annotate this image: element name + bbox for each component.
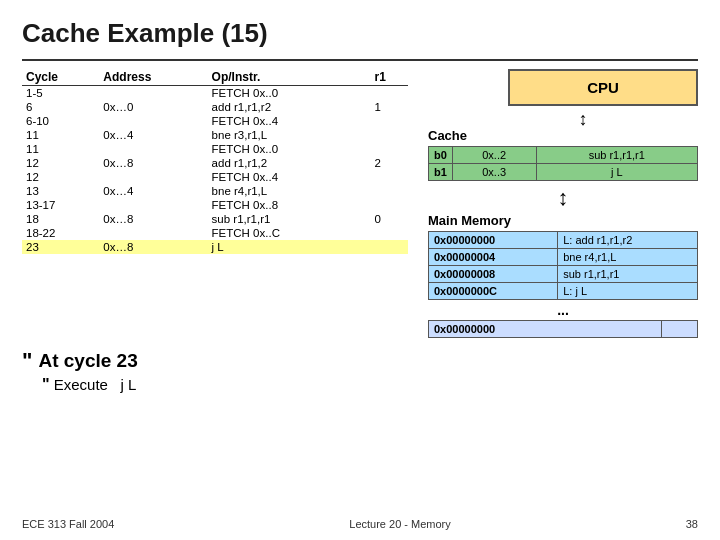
col-r1: r1 — [371, 69, 408, 86]
cache-row: b1 0x..3 j L — [429, 164, 698, 181]
mem-row: 0x00000008 sub r1,r1,r1 — [429, 266, 698, 283]
col-op: Op/Instr. — [208, 69, 356, 86]
memory-dots: ... — [428, 300, 698, 320]
cache-memory-arrow: ↕ — [428, 185, 698, 211]
main-memory-label: Main Memory — [428, 213, 698, 228]
content-area: Cycle Address Op/Instr. r1 1-5 FETCH 0x.… — [22, 69, 698, 338]
cache-table: b0 0x..2 sub r1,r1,r1 b1 0x..3 j L — [428, 146, 698, 181]
cache-label: Cache — [428, 128, 698, 143]
cache-row: b0 0x..2 sub r1,r1,r1 — [429, 147, 698, 164]
cache-section: Cache b0 0x..2 sub r1,r1,r1 b1 0x..3 j L — [428, 128, 698, 181]
table-row: 6 0x…0 add r1,r1,r2 1 — [22, 100, 408, 114]
instruction-table: Cycle Address Op/Instr. r1 1-5 FETCH 0x.… — [22, 69, 408, 254]
footer: ECE 313 Fall 2004 Lecture 20 - Memory 38 — [22, 518, 698, 530]
mem-table: 0x00000000 L: add r1,r1,r2 0x00000004 bn… — [428, 231, 698, 300]
table-row: 18-22 FETCH 0x..C — [22, 226, 408, 240]
quote-mark-2: " — [42, 376, 50, 393]
table-row: 13-17 FETCH 0x..8 — [22, 198, 408, 212]
page: Cache Example (15) Cycle Address Op/Inst… — [0, 0, 720, 540]
mem-row: 0x00000004 bne r4,r1,L — [429, 249, 698, 266]
footer-left: ECE 313 Fall 2004 — [22, 518, 114, 530]
main-point: " At cycle 23 — [22, 348, 138, 374]
quote-mark-1: " — [22, 348, 32, 374]
footer-right: 38 — [686, 518, 698, 530]
page-title: Cache Example (15) — [22, 18, 698, 49]
table-row: 12 FETCH 0x..4 — [22, 170, 408, 184]
mem-row-last: 0x00000000 — [429, 321, 698, 338]
col-cycle: Cycle — [22, 69, 99, 86]
cpu-arrow-down: ↕ — [468, 110, 698, 128]
mem-row: 0x00000000 L: add r1,r1,r2 — [429, 232, 698, 249]
table-row: 11 0x…4 bne r3,r1,L — [22, 128, 408, 142]
table-row-highlighted: 23 0x…8 j L — [22, 240, 408, 254]
table-row: 13 0x…4 bne r4,r1,L — [22, 184, 408, 198]
bottom-section: " At cycle 23 " Execute j L — [22, 348, 698, 394]
sub-point: " Execute j L — [42, 376, 138, 394]
title-divider — [22, 59, 698, 61]
mem-table-last: 0x00000000 — [428, 320, 698, 338]
main-memory-section: Main Memory 0x00000000 L: add r1,r1,r2 0… — [428, 213, 698, 338]
col-address: Address — [99, 69, 207, 86]
footer-center: Lecture 20 - Memory — [349, 518, 450, 530]
table-row: 12 0x…8 add r1,r1,2 2 — [22, 156, 408, 170]
table-row: 11 FETCH 0x..0 — [22, 142, 408, 156]
instruction-table-container: Cycle Address Op/Instr. r1 1-5 FETCH 0x.… — [22, 69, 408, 254]
sub-point-value: j L — [120, 376, 136, 393]
main-point-text: At cycle 23 — [38, 350, 137, 372]
sub-point-label: Execute — [54, 376, 108, 393]
table-row: 6-10 FETCH 0x..4 — [22, 114, 408, 128]
mem-row: 0x0000000C L: j L — [429, 283, 698, 300]
table-row: 18 0x…8 sub r1,r1,r1 0 — [22, 212, 408, 226]
bullet-text: " At cycle 23 " Execute j L — [22, 348, 138, 394]
cpu-box: CPU — [508, 69, 698, 106]
right-diagram: CPU ↕ Cache b0 0x..2 sub r1,r1,r1 b1 — [428, 69, 698, 338]
table-row: 1-5 FETCH 0x..0 — [22, 86, 408, 101]
col-space — [355, 69, 370, 86]
